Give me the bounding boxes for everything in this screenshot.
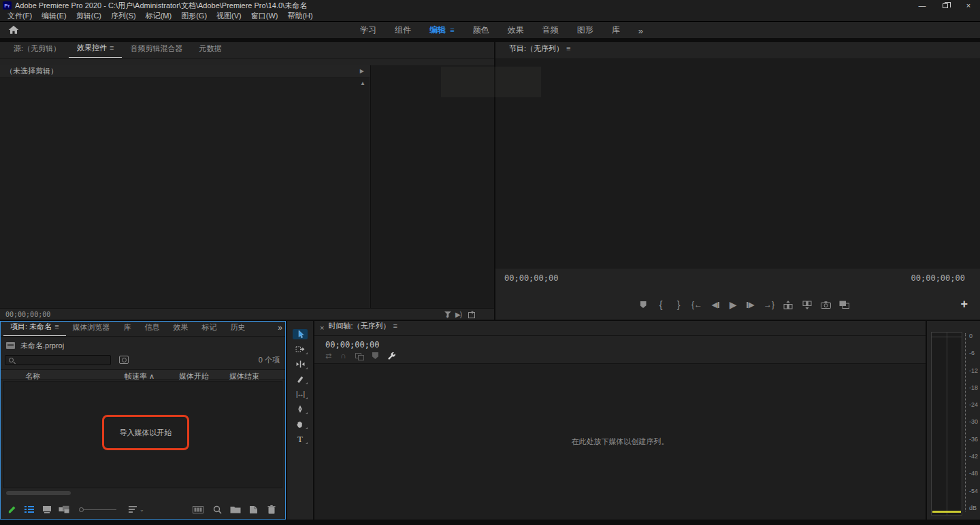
zoom-slider-track[interactable]: [84, 509, 116, 510]
automate-to-sequence-icon[interactable]: [193, 504, 203, 515]
pen-tool[interactable]: [293, 404, 308, 414]
tab-libraries[interactable]: 库: [117, 322, 138, 336]
close-button[interactable]: ×: [957, 0, 980, 11]
menu-sequence[interactable]: 序列(S): [106, 11, 141, 21]
comparison-view-icon[interactable]: [839, 299, 849, 310]
source-patching-icon[interactable]: ⇄: [325, 352, 331, 360]
audio-meter-bars[interactable]: [931, 332, 962, 515]
razor-tool[interactable]: [293, 374, 308, 384]
track-select-forward-tool[interactable]: [293, 344, 308, 354]
trash-icon[interactable]: [267, 504, 276, 515]
search-filter-icon[interactable]: [119, 356, 129, 364]
slip-tool[interactable]: |↔|: [293, 389, 308, 399]
step-back-icon[interactable]: ◀: [710, 299, 720, 310]
tab-markers[interactable]: 标记: [195, 322, 224, 336]
tab-program-monitor[interactable]: 节目:（无序列）≡: [501, 44, 578, 58]
button-editor-plus-icon[interactable]: +: [960, 297, 968, 311]
restore-button[interactable]: [934, 0, 957, 11]
workspace-tab-color[interactable]: 颜色: [473, 24, 489, 36]
extract-icon[interactable]: [802, 299, 813, 310]
import-media-prompt[interactable]: 导入媒体以开始: [120, 428, 172, 438]
menu-graphics[interactable]: 图形(G): [176, 11, 212, 21]
mark-in-icon[interactable]: {: [656, 299, 666, 310]
tab-effects[interactable]: 效果: [167, 322, 195, 336]
search-input[interactable]: [16, 356, 110, 364]
sort-icons-icon[interactable]: ⌄: [129, 504, 144, 515]
effect-controls-list-area: [0, 78, 370, 308]
selection-tool[interactable]: [293, 329, 308, 339]
project-overflow-chevron[interactable]: »: [278, 323, 282, 333]
tab-history[interactable]: 历史: [224, 322, 252, 336]
close-panel-icon[interactable]: ×: [320, 324, 324, 335]
workspace-tab-audio[interactable]: 音频: [542, 24, 559, 36]
scrollbar-thumb[interactable]: [6, 491, 71, 495]
step-forward-icon[interactable]: ▶: [746, 299, 755, 310]
tab-timeline[interactable]: 时间轴:（无序列）≡: [328, 321, 405, 335]
freeform-view-icon[interactable]: [59, 504, 69, 515]
timeline-add-marker-icon[interactable]: [372, 352, 378, 359]
play-button-icon[interactable]: ▶: [728, 299, 738, 310]
tab-project[interactable]: 项目: 未命名≡: [3, 322, 66, 336]
go-to-in-icon[interactable]: {←: [691, 299, 702, 310]
column-media-start[interactable]: 媒体开始: [179, 371, 209, 382]
go-to-out-icon[interactable]: →}: [764, 299, 774, 310]
mark-out-icon[interactable]: }: [674, 299, 683, 310]
expand-arrow-icon[interactable]: ▶: [360, 68, 364, 74]
panel-menu-icon[interactable]: ≡: [393, 322, 397, 330]
menu-view[interactable]: 视图(V): [212, 11, 246, 21]
workspace-tab-assembly[interactable]: 组件: [395, 24, 411, 36]
search-box[interactable]: [5, 355, 111, 365]
export-frame-camera-icon[interactable]: [821, 299, 831, 310]
tab-info[interactable]: 信息: [138, 322, 167, 336]
new-item-icon[interactable]: [249, 504, 258, 515]
timeline-drop-zone[interactable]: 在此处放下媒体以创建序列。: [314, 363, 926, 520]
lift-icon[interactable]: [783, 299, 794, 310]
tab-audio-clip-mixer[interactable]: 音频剪辑混合器: [122, 44, 191, 58]
menu-file[interactable]: 文件(F): [3, 11, 37, 21]
project-writable-icon[interactable]: [7, 504, 16, 515]
project-file-row[interactable]: 未命名.prproj: [1, 339, 285, 352]
scroll-up-icon[interactable]: ▲: [360, 80, 365, 86]
new-bin-icon[interactable]: [230, 504, 241, 515]
workspace-tab-graphics[interactable]: 图形: [577, 24, 593, 36]
program-monitor-panel: 节目:（无序列）≡ 00;00;00;00 00;00;00;00 { } {←…: [495, 42, 980, 320]
workspace-tab-effects[interactable]: 效果: [508, 24, 524, 36]
find-icon[interactable]: [213, 504, 222, 515]
play-around-icon[interactable]: ▶): [455, 311, 461, 318]
panel-menu-icon[interactable]: ≡: [566, 44, 570, 52]
timeline-settings-wrench-icon[interactable]: [387, 352, 396, 360]
menu-clip[interactable]: 剪辑(C): [71, 11, 106, 21]
add-marker-icon[interactable]: [638, 299, 648, 310]
menu-markers[interactable]: 标记(M): [141, 11, 177, 21]
workspace-tab-editing[interactable]: 编辑≡: [429, 24, 454, 36]
hand-tool[interactable]: [293, 419, 308, 429]
menu-help[interactable]: 帮助(H): [282, 11, 317, 21]
menu-edit[interactable]: 编辑(E): [37, 11, 71, 21]
workspace-tab-learning[interactable]: 学习: [360, 24, 376, 36]
workspace-tab-menu-icon[interactable]: ≡: [450, 26, 454, 34]
ripple-edit-tool[interactable]: [293, 359, 308, 369]
export-frame-icon[interactable]: [468, 309, 476, 320]
workspace-overflow-chevron[interactable]: »: [638, 26, 643, 36]
tab-effect-controls[interactable]: 效果控件≡: [69, 43, 122, 58]
column-framerate[interactable]: 帧速率 ∧: [125, 371, 154, 382]
filter-effects-icon[interactable]: ▾: [444, 309, 448, 320]
list-view-icon[interactable]: [24, 504, 34, 515]
zoom-slider-handle[interactable]: [79, 504, 84, 515]
menu-window[interactable]: 窗口(W): [246, 11, 283, 21]
workspace-tab-libraries[interactable]: 库: [612, 24, 620, 36]
panel-menu-icon[interactable]: ≡: [110, 44, 114, 52]
linked-selection-icon[interactable]: [355, 353, 363, 359]
column-name[interactable]: 名称: [25, 371, 40, 382]
tab-metadata[interactable]: 元数据: [191, 44, 229, 58]
type-tool[interactable]: T: [293, 434, 308, 444]
snap-magnet-icon[interactable]: ∩: [340, 351, 346, 360]
tab-media-browser[interactable]: 媒体浏览器: [66, 322, 117, 336]
column-media-end[interactable]: 媒体结束: [229, 371, 259, 382]
project-item-list[interactable]: 导入媒体以开始: [3, 381, 282, 488]
icon-view-icon[interactable]: [42, 504, 52, 515]
project-horizontal-scrollbar[interactable]: [3, 490, 282, 496]
tab-source-monitor[interactable]: 源:（无剪辑）: [5, 44, 69, 58]
panel-menu-icon[interactable]: ≡: [54, 322, 59, 331]
minimize-button[interactable]: —: [911, 0, 934, 11]
